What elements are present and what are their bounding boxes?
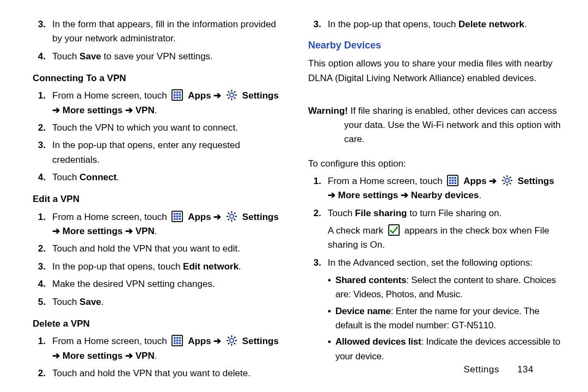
text-run: .	[155, 226, 157, 236]
text-run: Make the desired VPN setting changes.	[52, 279, 215, 289]
text-run: From a Home screen, touch	[52, 336, 169, 346]
list-top-left: 3.In the form that appears, fill in the …	[33, 17, 286, 67]
arrow-icon: ➔	[52, 105, 60, 115]
text-run: Apps	[188, 336, 211, 346]
intro-text: This option allows you to share your med…	[308, 57, 562, 98]
list-delete: 1.From a Home screen, touch Apps ➔ Setti…	[33, 334, 286, 384]
list-item: 2.Touch File sharing to turn File sharin…	[308, 206, 562, 220]
list-text: In the pop-up that opens, touch Edit net…	[52, 260, 286, 274]
warning-label: Warning!	[308, 106, 348, 116]
warning-text: If file sharing is enabled, other device…	[344, 106, 561, 145]
list-text: In the pop-up that opens, enter any requ…	[52, 138, 286, 167]
text-run: From a Home screen, touch	[52, 212, 169, 222]
list-item: 3.In the pop-up that opens, enter any re…	[33, 138, 286, 167]
text-run: Apps	[188, 90, 211, 101]
check-icon	[388, 224, 400, 236]
bullet-dot: •	[328, 335, 335, 349]
heading-edit-vpn: Edit a VPN	[33, 192, 286, 206]
list-text: Touch Save to save your VPN settings.	[52, 50, 286, 64]
text-run: A check mark	[328, 225, 386, 236]
list-item: 5.Touch Save.	[33, 295, 286, 309]
arrow-icon: ➔	[125, 351, 133, 361]
text-run: to turn File sharing on.	[407, 208, 502, 218]
gear-icon	[226, 211, 237, 222]
text-run: .	[238, 261, 241, 272]
text-run: In the Advanced section, set the followi…	[328, 258, 532, 268]
heading-nearby-devices: Nearby Devices	[308, 38, 562, 53]
text-run: VPN	[136, 351, 155, 361]
list-item: 3.In the Advanced section, set the follo…	[308, 256, 562, 270]
arrow-icon: ➔	[213, 212, 221, 222]
list-edit: 1.From a Home screen, touch Apps ➔ Setti…	[33, 210, 286, 313]
list-top-right: 3.In the pop-up that opens, touch Delete…	[308, 17, 562, 35]
arrow-icon: ➔	[52, 226, 60, 236]
bullet-text: Allowed devices list: Indicate the devic…	[335, 335, 562, 364]
list-text: From a Home screen, touch Apps ➔ Setting…	[52, 89, 286, 118]
list-item: 4.Touch Save to save your VPN settings.	[33, 50, 286, 64]
list-number: 3.	[33, 138, 46, 152]
bullet-item: •Shared contents: Select the content to …	[328, 273, 562, 302]
page-footer: Settings 134	[463, 363, 534, 377]
bullet-item: •Allowed devices list: Indicate the devi…	[328, 335, 562, 364]
list-text: In the Advanced section, set the followi…	[328, 256, 562, 270]
text-run	[221, 212, 224, 222]
text-run: Settings	[242, 212, 279, 222]
text-run: Touch	[328, 208, 355, 218]
apps-icon	[171, 335, 183, 346]
text-run: More settings	[63, 351, 123, 361]
list-item: 3.In the pop-up that opens, touch Edit n…	[33, 260, 286, 274]
text-run: Settings	[518, 176, 554, 186]
heading-connecting-to-vpn: Connecting To a VPN	[33, 71, 286, 85]
list-number: 2.	[33, 121, 46, 135]
heading-delete-vpn: Delete a VPN	[33, 317, 286, 331]
arrow-icon: ➔	[401, 190, 408, 200]
list-text: Touch and hold the VPN that you want to …	[52, 366, 286, 381]
list-number: 3.	[33, 260, 46, 274]
text-run: .	[479, 190, 481, 200]
arrow-icon: ➔	[125, 105, 133, 115]
list-text: From a Home screen, touch Apps ➔ Setting…	[328, 174, 562, 203]
list-number: 4.	[33, 50, 46, 64]
text-run: Save	[79, 51, 101, 62]
list-text: Touch the VPN to which you want to conne…	[52, 121, 286, 135]
list-number: 4.	[33, 170, 46, 185]
right-column: 3.In the pop-up that opens, touch Delete…	[308, 17, 562, 366]
list-continuation: A check mark appears in the check box wh…	[308, 224, 562, 253]
left-column: 3.In the form that appears, fill in the …	[33, 17, 286, 366]
list-item: 1.From a Home screen, touch Apps ➔ Setti…	[33, 334, 286, 363]
bullet-list: •Shared contents: Select the content to …	[308, 273, 562, 366]
list-number: 2.	[308, 206, 321, 220]
list-number: 1.	[33, 210, 46, 224]
text-run: Touch	[52, 172, 79, 182]
list-number: 3.	[308, 17, 321, 32]
arrow-icon: ➔	[213, 90, 221, 101]
text-run: .	[155, 105, 157, 115]
list-text: In the pop-up that opens, touch Delete n…	[328, 17, 562, 32]
text-run: Apps	[463, 176, 487, 186]
list-number: 3.	[33, 17, 46, 32]
list-item: 2.Touch and hold the VPN that you want t…	[33, 366, 286, 381]
list-item: 1.From a Home screen, touch Apps ➔ Setti…	[308, 174, 562, 203]
arrow-icon: ➔	[328, 190, 335, 200]
list-item: 4.Make the desired VPN setting changes.	[33, 277, 286, 291]
gear-icon	[226, 89, 237, 101]
list-connecting: 1.From a Home screen, touch Apps ➔ Setti…	[33, 89, 286, 188]
arrow-icon: ➔	[125, 226, 133, 236]
list-text: In the form that appears, fill in the in…	[52, 17, 286, 46]
list-text: Touch Save.	[52, 295, 286, 309]
list-item: 3.In the pop-up that opens, touch Delete…	[308, 17, 562, 32]
list-number: 1.	[33, 89, 46, 103]
apps-icon	[171, 89, 183, 101]
list-number: 1.	[33, 334, 46, 348]
text-run: VPN	[136, 226, 155, 236]
gear-icon	[501, 175, 513, 186]
text-run: Save	[79, 297, 101, 307]
warning-block: Warning! If file sharing is enabled, oth…	[308, 104, 562, 147]
text-run: From a Home screen, touch	[328, 176, 445, 186]
config-lead: To configure this option:	[308, 157, 562, 171]
list-number: 2.	[33, 242, 46, 256]
text-run: Touch	[52, 297, 79, 307]
text-run: In the pop-up that opens, touch	[52, 261, 183, 272]
apps-icon	[447, 175, 458, 186]
text-run: In the pop-up that opens, enter any requ…	[52, 140, 240, 164]
